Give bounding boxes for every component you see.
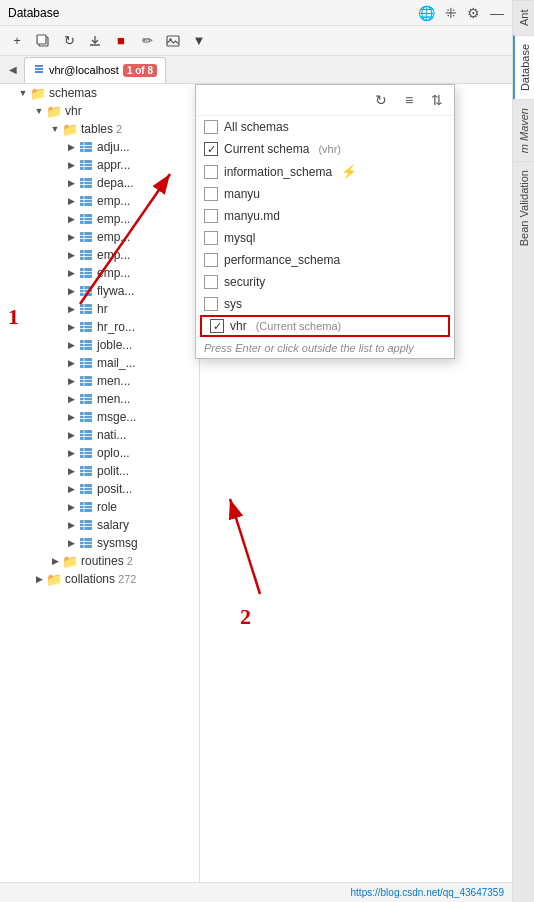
dropdown-refresh-btn[interactable]: ↻ — [370, 89, 392, 111]
dropdown-item-information-schema[interactable]: information_schema ⚡ — [196, 160, 454, 183]
tab-db-icon — [33, 63, 45, 77]
dropdown-item-vhr[interactable]: vhr (Current schema) — [200, 315, 450, 337]
svg-rect-36 — [80, 286, 92, 296]
sidebar-tab-database[interactable]: Database — [513, 35, 535, 99]
tree-node-sysmsg[interactable]: ▶ sysmsg — [0, 534, 199, 552]
tree-arrow-adju[interactable]: ▶ — [64, 140, 78, 154]
tree-node-emp1[interactable]: ▶ emp... — [0, 192, 199, 210]
download-button[interactable] — [84, 30, 106, 52]
dropdown-item-performance-schema[interactable]: performance_schema — [196, 249, 454, 271]
add-button[interactable]: + — [6, 30, 28, 52]
tree-node-emp2[interactable]: ▶ emp... — [0, 210, 199, 228]
tree-node-role[interactable]: ▶ role — [0, 498, 199, 516]
annotation-1: 1 — [8, 304, 19, 330]
svg-rect-60 — [80, 394, 92, 404]
tree-node-adju[interactable]: ▶ adju... — [0, 138, 199, 156]
checkbox-manyu-md[interactable] — [204, 209, 218, 223]
checkbox-security[interactable] — [204, 275, 218, 289]
checkbox-manyu[interactable] — [204, 187, 218, 201]
refresh-button[interactable]: ↻ — [58, 30, 80, 52]
tree-node-emp3[interactable]: ▶ emp... — [0, 228, 199, 246]
table-icon-emp3 — [78, 230, 94, 244]
tree-node-salary[interactable]: ▶ salary — [0, 516, 199, 534]
tree-node-mail[interactable]: ▶ mail_... — [0, 354, 199, 372]
edit-button[interactable]: ✏ — [136, 30, 158, 52]
tree-node-emp5[interactable]: ▶ emp... — [0, 264, 199, 282]
split-icon[interactable]: ⁜ — [445, 5, 457, 21]
globe-icon[interactable]: 🌐 — [418, 5, 435, 21]
tree-arrow-schemas[interactable]: ▼ — [16, 86, 30, 100]
tree-node-collations[interactable]: ▶ 📁 collations 272 — [0, 570, 199, 588]
table-icon-hr-ro — [78, 320, 94, 334]
svg-line-98 — [230, 499, 260, 594]
tree-node-routines[interactable]: ▶ 📁 routines 2 — [0, 552, 199, 570]
dropdown-item-sys[interactable]: sys — [196, 293, 454, 315]
svg-rect-88 — [80, 520, 92, 530]
tree-node-emp4[interactable]: ▶ emp... — [0, 246, 199, 264]
dropdown-sort-btn[interactable]: ≡ — [398, 89, 420, 111]
image-button[interactable] — [162, 30, 184, 52]
tree-node-men2[interactable]: ▶ men... — [0, 390, 199, 408]
tree-node-depa[interactable]: ▶ depa... — [0, 174, 199, 192]
tab-badge: 1 of 8 — [123, 64, 157, 77]
dropdown-item-current-schema[interactable]: Current schema (vhr) — [196, 138, 454, 160]
checkbox-mysql[interactable] — [204, 231, 218, 245]
label-manyu: manyu — [224, 187, 260, 201]
dropdown-item-manyu-md[interactable]: manyu.md — [196, 205, 454, 227]
tree-label-msge: msge... — [97, 410, 136, 424]
filter-button[interactable]: ▼ — [188, 30, 210, 52]
tree-node-men1[interactable]: ▶ men... — [0, 372, 199, 390]
sidebar-tab-maven[interactable]: m Maven — [513, 99, 535, 161]
minimize-icon[interactable]: — — [490, 5, 504, 21]
main-tab[interactable]: vhr@localhost 1 of 8 — [24, 57, 166, 83]
table-icon-msge — [78, 410, 94, 424]
tree-arrow-routines[interactable]: ▶ — [48, 554, 62, 568]
tree-node-schemas[interactable]: ▼ 📁 schemas — [0, 84, 199, 102]
tree-label-adju: adju... — [97, 140, 130, 154]
stop-button[interactable]: ■ — [110, 30, 132, 52]
tree-count-routines: 2 — [127, 555, 133, 567]
tree-panel: ▼ 📁 schemas ▼ 📁 vhr ▼ 📁 tables 2 — [0, 84, 200, 882]
dropdown-item-all-schemas[interactable]: All schemas — [196, 116, 454, 138]
checkbox-information-schema[interactable] — [204, 165, 218, 179]
tree-node-msge[interactable]: ▶ msge... — [0, 408, 199, 426]
table-icon-posit — [78, 482, 94, 496]
table-icon-depa — [78, 176, 94, 190]
checkbox-vhr[interactable] — [210, 319, 224, 333]
dropdown-item-manyu[interactable]: manyu — [196, 183, 454, 205]
tree-node-hr[interactable]: ▶ hr — [0, 300, 199, 318]
tree-node-tables[interactable]: ▼ 📁 tables 2 — [0, 120, 199, 138]
tree-node-polit[interactable]: ▶ polit... — [0, 462, 199, 480]
tree-arrow-vhr[interactable]: ▼ — [32, 104, 46, 118]
tree-node-posit[interactable]: ▶ posit... — [0, 480, 199, 498]
tree-label-collations: collations — [65, 572, 115, 586]
sidebar-tab-bean-validation[interactable]: Bean Validation — [513, 161, 535, 254]
checkbox-performance-schema[interactable] — [204, 253, 218, 267]
dropdown-item-security[interactable]: security — [196, 271, 454, 293]
status-url[interactable]: https://blog.csdn.net/qq_43647359 — [351, 887, 504, 898]
table-icon-men1 — [78, 374, 94, 388]
dropdown-item-mysql[interactable]: mysql — [196, 227, 454, 249]
tree-node-joble[interactable]: ▶ joble... — [0, 336, 199, 354]
tree-node-appr[interactable]: ▶ appr... — [0, 156, 199, 174]
tab-arrow-left[interactable]: ◀ — [4, 61, 22, 79]
tree-node-oplo[interactable]: ▶ oplo... — [0, 444, 199, 462]
copy-button[interactable] — [32, 30, 54, 52]
svg-rect-20 — [80, 214, 92, 224]
checkbox-sys[interactable] — [204, 297, 218, 311]
tree-node-hr-ro[interactable]: ▶ hr_ro... — [0, 318, 199, 336]
svg-rect-52 — [80, 358, 92, 368]
dropdown-more-btn[interactable]: ⇅ — [426, 89, 448, 111]
gear-icon[interactable]: ⚙ — [467, 5, 480, 21]
table-icon-emp1 — [78, 194, 94, 208]
folder-icon-tables: 📁 — [62, 122, 78, 136]
tree-arrow-collations[interactable]: ▶ — [32, 572, 46, 586]
sidebar-tab-ant[interactable]: Ant — [513, 0, 535, 35]
tree-label-oplo: oplo... — [97, 446, 130, 460]
checkbox-current-schema[interactable] — [204, 142, 218, 156]
tree-node-flywa[interactable]: ▶ flywa... — [0, 282, 199, 300]
tree-arrow-tables[interactable]: ▼ — [48, 122, 62, 136]
tree-node-nati[interactable]: ▶ nati... — [0, 426, 199, 444]
tree-node-vhr[interactable]: ▼ 📁 vhr — [0, 102, 199, 120]
checkbox-all-schemas[interactable] — [204, 120, 218, 134]
